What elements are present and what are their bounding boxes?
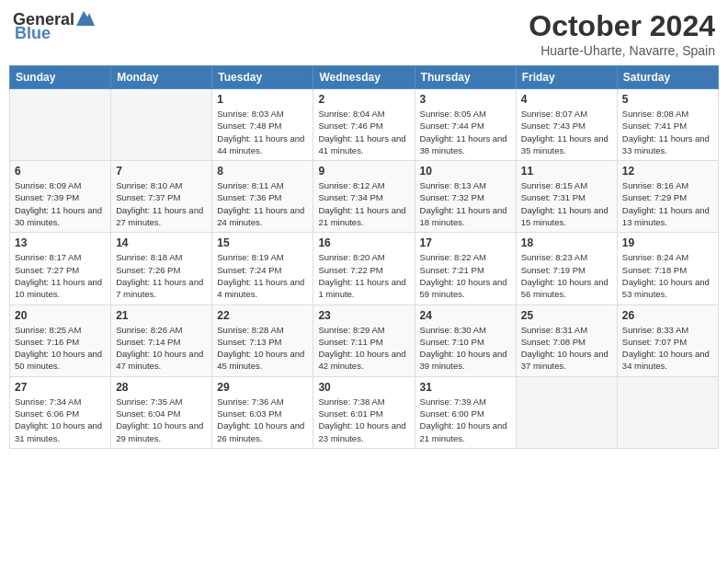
day-info: Sunrise: 8:19 AMSunset: 7:24 PMDaylight:… xyxy=(217,251,308,300)
day-number: 3 xyxy=(420,93,511,106)
month-title: October 2024 xyxy=(529,9,715,43)
calendar-cell: 1Sunrise: 8:03 AMSunset: 7:48 PMDaylight… xyxy=(212,89,313,161)
day-info: Sunrise: 8:23 AMSunset: 7:19 PMDaylight:… xyxy=(521,251,612,300)
weekday-header-sunday: Sunday xyxy=(10,66,111,89)
day-info: Sunrise: 8:29 AMSunset: 7:11 PMDaylight:… xyxy=(318,324,409,373)
calendar-week-5: 27Sunrise: 7:34 AMSunset: 6:06 PMDayligh… xyxy=(10,376,719,448)
weekday-header-wednesday: Wednesday xyxy=(313,66,415,89)
calendar-cell: 12Sunrise: 8:16 AMSunset: 7:29 PMDayligh… xyxy=(617,161,718,233)
day-info: Sunrise: 7:38 AMSunset: 6:01 PMDaylight:… xyxy=(318,396,409,444)
day-number: 10 xyxy=(420,165,511,178)
day-number: 2 xyxy=(318,93,409,106)
day-number: 9 xyxy=(318,165,409,178)
calendar-cell: 11Sunrise: 8:15 AMSunset: 7:31 PMDayligh… xyxy=(516,161,617,233)
svg-marker-0 xyxy=(76,11,95,26)
day-number: 22 xyxy=(217,309,308,322)
day-info: Sunrise: 8:17 AMSunset: 7:27 PMDaylight:… xyxy=(15,251,106,300)
day-number: 25 xyxy=(521,309,612,322)
day-info: Sunrise: 8:20 AMSunset: 7:22 PMDaylight:… xyxy=(318,251,409,300)
calendar-cell: 19Sunrise: 8:24 AMSunset: 7:18 PMDayligh… xyxy=(617,233,718,304)
calendar-cell: 20Sunrise: 8:25 AMSunset: 7:16 PMDayligh… xyxy=(10,304,111,376)
location: Huarte-Uharte, Navarre, Spain xyxy=(529,43,715,58)
day-info: Sunrise: 8:28 AMSunset: 7:13 PMDaylight:… xyxy=(217,324,308,373)
day-info: Sunrise: 8:16 AMSunset: 7:29 PMDaylight:… xyxy=(622,179,713,228)
weekday-header-thursday: Thursday xyxy=(415,66,516,89)
calendar-cell: 6Sunrise: 8:09 AMSunset: 7:39 PMDaylight… xyxy=(10,161,111,233)
calendar-cell: 17Sunrise: 8:22 AMSunset: 7:21 PMDayligh… xyxy=(415,233,516,304)
day-number: 21 xyxy=(116,309,207,322)
weekday-header-row: SundayMondayTuesdayWednesdayThursdayFrid… xyxy=(10,66,719,89)
day-number: 24 xyxy=(420,309,511,322)
day-info: Sunrise: 8:13 AMSunset: 7:32 PMDaylight:… xyxy=(420,179,511,228)
calendar-cell: 30Sunrise: 7:38 AMSunset: 6:01 PMDayligh… xyxy=(313,376,415,448)
logo: General Blue xyxy=(13,9,97,43)
weekday-header-saturday: Saturday xyxy=(617,66,718,89)
day-number: 6 xyxy=(15,165,106,178)
calendar-cell: 28Sunrise: 7:35 AMSunset: 6:04 PMDayligh… xyxy=(111,376,212,448)
calendar-cell: 26Sunrise: 8:33 AMSunset: 7:07 PMDayligh… xyxy=(617,304,718,376)
calendar-cell: 21Sunrise: 8:26 AMSunset: 7:14 PMDayligh… xyxy=(111,304,212,376)
day-number: 1 xyxy=(217,93,308,106)
calendar-cell: 18Sunrise: 8:23 AMSunset: 7:19 PMDayligh… xyxy=(516,233,617,304)
day-number: 27 xyxy=(15,381,106,394)
day-info: Sunrise: 8:30 AMSunset: 7:10 PMDaylight:… xyxy=(420,324,511,373)
calendar-cell: 9Sunrise: 8:12 AMSunset: 7:34 PMDaylight… xyxy=(313,161,415,233)
calendar-week-3: 13Sunrise: 8:17 AMSunset: 7:27 PMDayligh… xyxy=(10,233,719,304)
day-number: 7 xyxy=(116,165,207,178)
calendar-cell: 22Sunrise: 8:28 AMSunset: 7:13 PMDayligh… xyxy=(212,304,313,376)
weekday-header-monday: Monday xyxy=(111,66,212,89)
calendar-cell: 14Sunrise: 8:18 AMSunset: 7:26 PMDayligh… xyxy=(111,233,212,304)
calendar-week-4: 20Sunrise: 8:25 AMSunset: 7:16 PMDayligh… xyxy=(10,304,719,376)
day-number: 8 xyxy=(217,165,308,178)
calendar-cell: 24Sunrise: 8:30 AMSunset: 7:10 PMDayligh… xyxy=(415,304,516,376)
calendar-cell xyxy=(111,89,212,161)
calendar-cell: 23Sunrise: 8:29 AMSunset: 7:11 PMDayligh… xyxy=(313,304,415,376)
day-info: Sunrise: 8:15 AMSunset: 7:31 PMDaylight:… xyxy=(521,179,612,228)
day-number: 4 xyxy=(521,93,612,106)
calendar-cell: 3Sunrise: 8:05 AMSunset: 7:44 PMDaylight… xyxy=(415,89,516,161)
day-number: 23 xyxy=(318,309,409,322)
day-number: 31 xyxy=(420,381,511,394)
day-number: 28 xyxy=(116,381,207,394)
day-number: 5 xyxy=(622,93,713,106)
day-info: Sunrise: 7:36 AMSunset: 6:03 PMDaylight:… xyxy=(217,396,308,444)
day-info: Sunrise: 8:33 AMSunset: 7:07 PMDaylight:… xyxy=(622,324,713,373)
day-number: 26 xyxy=(622,309,713,322)
day-info: Sunrise: 8:10 AMSunset: 7:37 PMDaylight:… xyxy=(116,179,207,228)
day-number: 11 xyxy=(521,165,612,178)
page-header: General Blue October 2024 Huarte-Uharte,… xyxy=(9,9,719,58)
calendar-cell: 4Sunrise: 8:07 AMSunset: 7:43 PMDaylight… xyxy=(516,89,617,161)
calendar-cell: 5Sunrise: 8:08 AMSunset: 7:41 PMDaylight… xyxy=(617,89,718,161)
calendar-cell: 16Sunrise: 8:20 AMSunset: 7:22 PMDayligh… xyxy=(313,233,415,304)
calendar-cell: 27Sunrise: 7:34 AMSunset: 6:06 PMDayligh… xyxy=(10,376,111,448)
calendar-cell: 25Sunrise: 8:31 AMSunset: 7:08 PMDayligh… xyxy=(516,304,617,376)
day-info: Sunrise: 8:22 AMSunset: 7:21 PMDaylight:… xyxy=(420,251,511,300)
day-number: 16 xyxy=(318,236,409,249)
calendar-table: SundayMondayTuesdayWednesdayThursdayFrid… xyxy=(9,65,719,449)
day-number: 30 xyxy=(318,381,409,394)
day-number: 14 xyxy=(116,236,207,249)
calendar-cell xyxy=(10,89,111,161)
weekday-header-friday: Friday xyxy=(516,66,617,89)
calendar-cell: 7Sunrise: 8:10 AMSunset: 7:37 PMDaylight… xyxy=(111,161,212,233)
calendar-cell: 8Sunrise: 8:11 AMSunset: 7:36 PMDaylight… xyxy=(212,161,313,233)
day-info: Sunrise: 8:03 AMSunset: 7:48 PMDaylight:… xyxy=(217,108,308,156)
day-info: Sunrise: 8:24 AMSunset: 7:18 PMDaylight:… xyxy=(622,251,713,300)
calendar-cell: 31Sunrise: 7:39 AMSunset: 6:00 PMDayligh… xyxy=(415,376,516,448)
day-number: 15 xyxy=(217,236,308,249)
day-info: Sunrise: 8:09 AMSunset: 7:39 PMDaylight:… xyxy=(15,179,106,228)
day-info: Sunrise: 8:26 AMSunset: 7:14 PMDaylight:… xyxy=(116,324,207,373)
day-info: Sunrise: 7:35 AMSunset: 6:04 PMDaylight:… xyxy=(116,396,207,444)
calendar-cell: 15Sunrise: 8:19 AMSunset: 7:24 PMDayligh… xyxy=(212,233,313,304)
day-info: Sunrise: 8:05 AMSunset: 7:44 PMDaylight:… xyxy=(420,108,511,156)
day-info: Sunrise: 8:12 AMSunset: 7:34 PMDaylight:… xyxy=(318,179,409,228)
calendar-cell xyxy=(617,376,718,448)
calendar-cell: 2Sunrise: 8:04 AMSunset: 7:46 PMDaylight… xyxy=(313,89,415,161)
calendar-week-2: 6Sunrise: 8:09 AMSunset: 7:39 PMDaylight… xyxy=(10,161,719,233)
calendar-cell: 10Sunrise: 8:13 AMSunset: 7:32 PMDayligh… xyxy=(415,161,516,233)
day-info: Sunrise: 8:31 AMSunset: 7:08 PMDaylight:… xyxy=(521,324,612,373)
calendar-cell xyxy=(516,376,617,448)
day-number: 13 xyxy=(15,236,106,249)
weekday-header-tuesday: Tuesday xyxy=(212,66,313,89)
day-info: Sunrise: 8:04 AMSunset: 7:46 PMDaylight:… xyxy=(318,108,409,156)
